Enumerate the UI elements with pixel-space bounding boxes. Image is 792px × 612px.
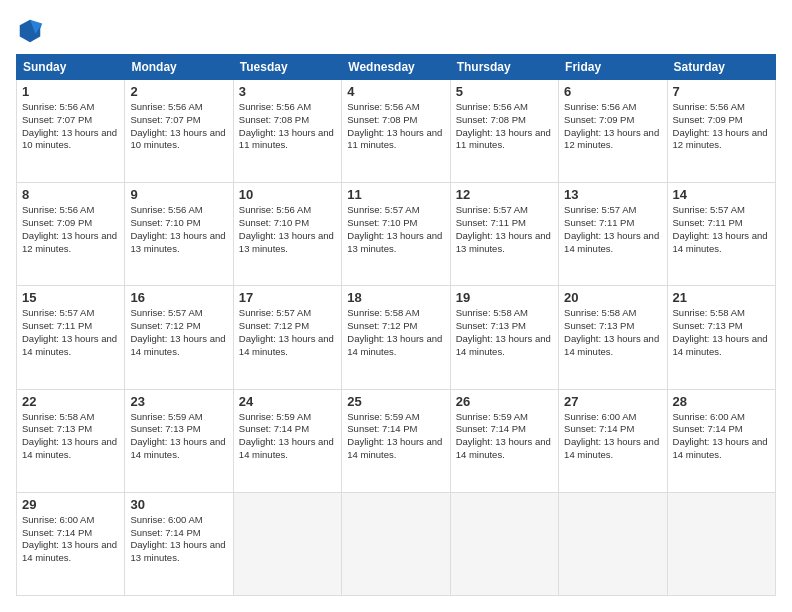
week-row-4: 29 Sunrise: 6:00 AM Sunset: 7:14 PM Dayl… [17, 492, 776, 595]
day-number: 6 [564, 84, 661, 99]
day-info: Sunrise: 5:59 AM Sunset: 7:14 PM Dayligh… [456, 411, 553, 462]
day-number: 3 [239, 84, 336, 99]
calendar-cell: 6 Sunrise: 5:56 AM Sunset: 7:09 PM Dayli… [559, 80, 667, 183]
day-number: 27 [564, 394, 661, 409]
calendar-cell [342, 492, 450, 595]
calendar-cell: 15 Sunrise: 5:57 AM Sunset: 7:11 PM Dayl… [17, 286, 125, 389]
day-number: 5 [456, 84, 553, 99]
day-number: 21 [673, 290, 770, 305]
calendar-cell: 2 Sunrise: 5:56 AM Sunset: 7:07 PM Dayli… [125, 80, 233, 183]
day-info: Sunrise: 5:57 AM Sunset: 7:11 PM Dayligh… [22, 307, 119, 358]
day-number: 29 [22, 497, 119, 512]
day-info: Sunrise: 5:58 AM Sunset: 7:13 PM Dayligh… [22, 411, 119, 462]
calendar-cell: 12 Sunrise: 5:57 AM Sunset: 7:11 PM Dayl… [450, 183, 558, 286]
day-number: 23 [130, 394, 227, 409]
calendar-cell: 9 Sunrise: 5:56 AM Sunset: 7:10 PM Dayli… [125, 183, 233, 286]
day-number: 15 [22, 290, 119, 305]
day-info: Sunrise: 5:59 AM Sunset: 7:14 PM Dayligh… [239, 411, 336, 462]
day-info: Sunrise: 5:56 AM Sunset: 7:07 PM Dayligh… [22, 101, 119, 152]
calendar-cell [450, 492, 558, 595]
day-info: Sunrise: 5:56 AM Sunset: 7:08 PM Dayligh… [239, 101, 336, 152]
logo-icon [16, 16, 44, 44]
calendar-cell [667, 492, 775, 595]
header-saturday: Saturday [667, 55, 775, 80]
day-number: 10 [239, 187, 336, 202]
day-info: Sunrise: 5:58 AM Sunset: 7:13 PM Dayligh… [673, 307, 770, 358]
day-number: 25 [347, 394, 444, 409]
calendar-cell: 3 Sunrise: 5:56 AM Sunset: 7:08 PM Dayli… [233, 80, 341, 183]
calendar-cell: 26 Sunrise: 5:59 AM Sunset: 7:14 PM Dayl… [450, 389, 558, 492]
day-number: 17 [239, 290, 336, 305]
calendar-cell: 14 Sunrise: 5:57 AM Sunset: 7:11 PM Dayl… [667, 183, 775, 286]
calendar-cell: 20 Sunrise: 5:58 AM Sunset: 7:13 PM Dayl… [559, 286, 667, 389]
day-info: Sunrise: 5:57 AM Sunset: 7:11 PM Dayligh… [673, 204, 770, 255]
week-row-1: 8 Sunrise: 5:56 AM Sunset: 7:09 PM Dayli… [17, 183, 776, 286]
day-number: 24 [239, 394, 336, 409]
calendar-header-row: SundayMondayTuesdayWednesdayThursdayFrid… [17, 55, 776, 80]
header-wednesday: Wednesday [342, 55, 450, 80]
week-row-0: 1 Sunrise: 5:56 AM Sunset: 7:07 PM Dayli… [17, 80, 776, 183]
day-number: 9 [130, 187, 227, 202]
calendar-cell: 10 Sunrise: 5:56 AM Sunset: 7:10 PM Dayl… [233, 183, 341, 286]
day-info: Sunrise: 5:57 AM Sunset: 7:10 PM Dayligh… [347, 204, 444, 255]
calendar-cell [559, 492, 667, 595]
header-monday: Monday [125, 55, 233, 80]
day-info: Sunrise: 5:58 AM Sunset: 7:13 PM Dayligh… [456, 307, 553, 358]
day-info: Sunrise: 5:59 AM Sunset: 7:13 PM Dayligh… [130, 411, 227, 462]
day-info: Sunrise: 6:00 AM Sunset: 7:14 PM Dayligh… [564, 411, 661, 462]
day-number: 11 [347, 187, 444, 202]
calendar-body: 1 Sunrise: 5:56 AM Sunset: 7:07 PM Dayli… [17, 80, 776, 596]
calendar-cell: 16 Sunrise: 5:57 AM Sunset: 7:12 PM Dayl… [125, 286, 233, 389]
day-info: Sunrise: 5:58 AM Sunset: 7:12 PM Dayligh… [347, 307, 444, 358]
day-number: 14 [673, 187, 770, 202]
day-number: 20 [564, 290, 661, 305]
day-info: Sunrise: 5:56 AM Sunset: 7:07 PM Dayligh… [130, 101, 227, 152]
calendar-cell: 23 Sunrise: 5:59 AM Sunset: 7:13 PM Dayl… [125, 389, 233, 492]
day-info: Sunrise: 5:56 AM Sunset: 7:08 PM Dayligh… [347, 101, 444, 152]
calendar-cell: 18 Sunrise: 5:58 AM Sunset: 7:12 PM Dayl… [342, 286, 450, 389]
header-tuesday: Tuesday [233, 55, 341, 80]
day-number: 4 [347, 84, 444, 99]
day-info: Sunrise: 5:56 AM Sunset: 7:10 PM Dayligh… [130, 204, 227, 255]
day-info: Sunrise: 6:00 AM Sunset: 7:14 PM Dayligh… [130, 514, 227, 565]
day-info: Sunrise: 5:57 AM Sunset: 7:12 PM Dayligh… [130, 307, 227, 358]
day-info: Sunrise: 5:58 AM Sunset: 7:13 PM Dayligh… [564, 307, 661, 358]
day-info: Sunrise: 5:57 AM Sunset: 7:11 PM Dayligh… [456, 204, 553, 255]
calendar-cell: 11 Sunrise: 5:57 AM Sunset: 7:10 PM Dayl… [342, 183, 450, 286]
day-number: 30 [130, 497, 227, 512]
page: SundayMondayTuesdayWednesdayThursdayFrid… [0, 0, 792, 612]
logo [16, 16, 48, 44]
calendar-cell [233, 492, 341, 595]
calendar-cell: 28 Sunrise: 6:00 AM Sunset: 7:14 PM Dayl… [667, 389, 775, 492]
calendar-cell: 8 Sunrise: 5:56 AM Sunset: 7:09 PM Dayli… [17, 183, 125, 286]
calendar-cell: 25 Sunrise: 5:59 AM Sunset: 7:14 PM Dayl… [342, 389, 450, 492]
day-info: Sunrise: 5:56 AM Sunset: 7:10 PM Dayligh… [239, 204, 336, 255]
day-number: 2 [130, 84, 227, 99]
calendar-cell: 22 Sunrise: 5:58 AM Sunset: 7:13 PM Dayl… [17, 389, 125, 492]
day-info: Sunrise: 5:56 AM Sunset: 7:09 PM Dayligh… [564, 101, 661, 152]
day-number: 12 [456, 187, 553, 202]
header-friday: Friday [559, 55, 667, 80]
day-info: Sunrise: 5:57 AM Sunset: 7:11 PM Dayligh… [564, 204, 661, 255]
day-info: Sunrise: 6:00 AM Sunset: 7:14 PM Dayligh… [673, 411, 770, 462]
day-number: 22 [22, 394, 119, 409]
header-thursday: Thursday [450, 55, 558, 80]
calendar-cell: 7 Sunrise: 5:56 AM Sunset: 7:09 PM Dayli… [667, 80, 775, 183]
calendar-cell: 4 Sunrise: 5:56 AM Sunset: 7:08 PM Dayli… [342, 80, 450, 183]
calendar-cell: 19 Sunrise: 5:58 AM Sunset: 7:13 PM Dayl… [450, 286, 558, 389]
calendar-table: SundayMondayTuesdayWednesdayThursdayFrid… [16, 54, 776, 596]
day-number: 16 [130, 290, 227, 305]
day-number: 13 [564, 187, 661, 202]
calendar-cell: 27 Sunrise: 6:00 AM Sunset: 7:14 PM Dayl… [559, 389, 667, 492]
day-number: 1 [22, 84, 119, 99]
day-info: Sunrise: 5:59 AM Sunset: 7:14 PM Dayligh… [347, 411, 444, 462]
day-number: 18 [347, 290, 444, 305]
day-info: Sunrise: 5:57 AM Sunset: 7:12 PM Dayligh… [239, 307, 336, 358]
calendar-cell: 17 Sunrise: 5:57 AM Sunset: 7:12 PM Dayl… [233, 286, 341, 389]
calendar-cell: 13 Sunrise: 5:57 AM Sunset: 7:11 PM Dayl… [559, 183, 667, 286]
calendar-cell: 30 Sunrise: 6:00 AM Sunset: 7:14 PM Dayl… [125, 492, 233, 595]
week-row-3: 22 Sunrise: 5:58 AM Sunset: 7:13 PM Dayl… [17, 389, 776, 492]
week-row-2: 15 Sunrise: 5:57 AM Sunset: 7:11 PM Dayl… [17, 286, 776, 389]
day-info: Sunrise: 5:56 AM Sunset: 7:09 PM Dayligh… [22, 204, 119, 255]
day-number: 28 [673, 394, 770, 409]
